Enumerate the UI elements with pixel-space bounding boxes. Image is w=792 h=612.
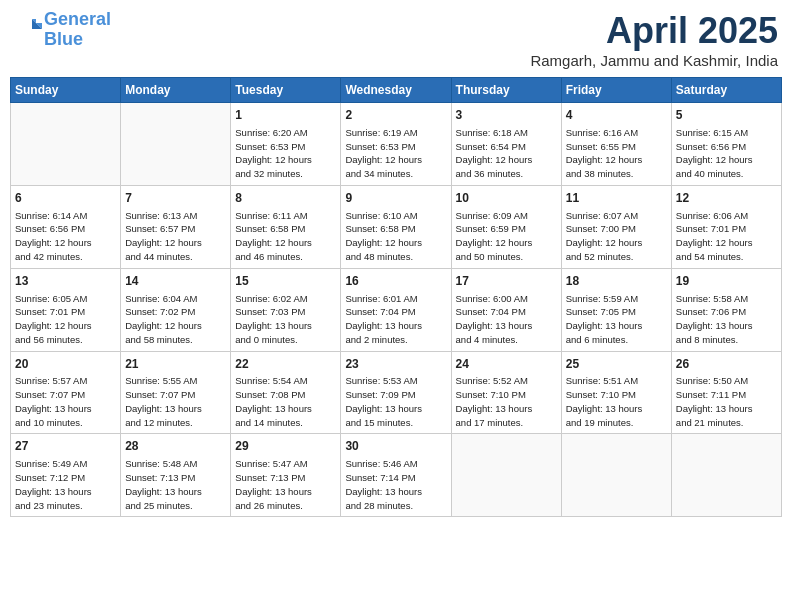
day-number: 13	[15, 273, 116, 290]
calendar-cell: 29Sunrise: 5:47 AMSunset: 7:13 PMDayligh…	[231, 434, 341, 517]
day-number: 4	[566, 107, 667, 124]
day-number: 17	[456, 273, 557, 290]
title-area: April 2025 Ramgarh, Jammu and Kashmir, I…	[530, 10, 778, 69]
calendar-cell: 18Sunrise: 5:59 AMSunset: 7:05 PMDayligh…	[561, 268, 671, 351]
header-wednesday: Wednesday	[341, 78, 451, 103]
day-info: Sunrise: 5:59 AMSunset: 7:05 PMDaylight:…	[566, 292, 667, 347]
day-info: Sunrise: 6:04 AMSunset: 7:02 PMDaylight:…	[125, 292, 226, 347]
day-info: Sunrise: 5:53 AMSunset: 7:09 PMDaylight:…	[345, 374, 446, 429]
calendar-cell: 13Sunrise: 6:05 AMSunset: 7:01 PMDayligh…	[11, 268, 121, 351]
day-number: 14	[125, 273, 226, 290]
page-header: GeneralBlue April 2025 Ramgarh, Jammu an…	[10, 10, 782, 69]
calendar-week-5: 27Sunrise: 5:49 AMSunset: 7:12 PMDayligh…	[11, 434, 782, 517]
day-info: Sunrise: 6:13 AMSunset: 6:57 PMDaylight:…	[125, 209, 226, 264]
day-info: Sunrise: 5:48 AMSunset: 7:13 PMDaylight:…	[125, 457, 226, 512]
calendar-cell: 17Sunrise: 6:00 AMSunset: 7:04 PMDayligh…	[451, 268, 561, 351]
day-info: Sunrise: 5:55 AMSunset: 7:07 PMDaylight:…	[125, 374, 226, 429]
day-info: Sunrise: 6:10 AMSunset: 6:58 PMDaylight:…	[345, 209, 446, 264]
day-info: Sunrise: 5:54 AMSunset: 7:08 PMDaylight:…	[235, 374, 336, 429]
calendar-body: 1Sunrise: 6:20 AMSunset: 6:53 PMDaylight…	[11, 103, 782, 517]
day-info: Sunrise: 6:02 AMSunset: 7:03 PMDaylight:…	[235, 292, 336, 347]
day-info: Sunrise: 5:51 AMSunset: 7:10 PMDaylight:…	[566, 374, 667, 429]
day-info: Sunrise: 6:05 AMSunset: 7:01 PMDaylight:…	[15, 292, 116, 347]
day-info: Sunrise: 6:01 AMSunset: 7:04 PMDaylight:…	[345, 292, 446, 347]
day-number: 15	[235, 273, 336, 290]
day-number: 10	[456, 190, 557, 207]
day-number: 7	[125, 190, 226, 207]
logo-icon	[14, 15, 44, 45]
header-tuesday: Tuesday	[231, 78, 341, 103]
day-number: 26	[676, 356, 777, 373]
location-subtitle: Ramgarh, Jammu and Kashmir, India	[530, 52, 778, 69]
calendar-cell: 24Sunrise: 5:52 AMSunset: 7:10 PMDayligh…	[451, 351, 561, 434]
calendar-header: Sunday Monday Tuesday Wednesday Thursday…	[11, 78, 782, 103]
calendar-cell: 10Sunrise: 6:09 AMSunset: 6:59 PMDayligh…	[451, 185, 561, 268]
day-info: Sunrise: 6:20 AMSunset: 6:53 PMDaylight:…	[235, 126, 336, 181]
day-number: 9	[345, 190, 446, 207]
header-saturday: Saturday	[671, 78, 781, 103]
day-number: 1	[235, 107, 336, 124]
day-info: Sunrise: 5:46 AMSunset: 7:14 PMDaylight:…	[345, 457, 446, 512]
day-info: Sunrise: 5:47 AMSunset: 7:13 PMDaylight:…	[235, 457, 336, 512]
calendar-table: Sunday Monday Tuesday Wednesday Thursday…	[10, 77, 782, 517]
day-info: Sunrise: 5:49 AMSunset: 7:12 PMDaylight:…	[15, 457, 116, 512]
calendar-cell: 19Sunrise: 5:58 AMSunset: 7:06 PMDayligh…	[671, 268, 781, 351]
calendar-cell: 22Sunrise: 5:54 AMSunset: 7:08 PMDayligh…	[231, 351, 341, 434]
calendar-cell: 1Sunrise: 6:20 AMSunset: 6:53 PMDaylight…	[231, 103, 341, 186]
day-info: Sunrise: 6:06 AMSunset: 7:01 PMDaylight:…	[676, 209, 777, 264]
day-number: 3	[456, 107, 557, 124]
day-info: Sunrise: 5:58 AMSunset: 7:06 PMDaylight:…	[676, 292, 777, 347]
calendar-cell	[121, 103, 231, 186]
day-number: 20	[15, 356, 116, 373]
calendar-cell: 16Sunrise: 6:01 AMSunset: 7:04 PMDayligh…	[341, 268, 451, 351]
calendar-cell: 2Sunrise: 6:19 AMSunset: 6:53 PMDaylight…	[341, 103, 451, 186]
calendar-cell: 11Sunrise: 6:07 AMSunset: 7:00 PMDayligh…	[561, 185, 671, 268]
calendar-cell: 8Sunrise: 6:11 AMSunset: 6:58 PMDaylight…	[231, 185, 341, 268]
logo: GeneralBlue	[14, 10, 111, 50]
calendar-week-4: 20Sunrise: 5:57 AMSunset: 7:07 PMDayligh…	[11, 351, 782, 434]
header-thursday: Thursday	[451, 78, 561, 103]
day-number: 6	[15, 190, 116, 207]
calendar-cell: 20Sunrise: 5:57 AMSunset: 7:07 PMDayligh…	[11, 351, 121, 434]
day-number: 19	[676, 273, 777, 290]
calendar-cell: 27Sunrise: 5:49 AMSunset: 7:12 PMDayligh…	[11, 434, 121, 517]
calendar-cell: 5Sunrise: 6:15 AMSunset: 6:56 PMDaylight…	[671, 103, 781, 186]
header-row: Sunday Monday Tuesday Wednesday Thursday…	[11, 78, 782, 103]
calendar-cell: 7Sunrise: 6:13 AMSunset: 6:57 PMDaylight…	[121, 185, 231, 268]
day-info: Sunrise: 5:52 AMSunset: 7:10 PMDaylight:…	[456, 374, 557, 429]
day-number: 12	[676, 190, 777, 207]
calendar-cell: 26Sunrise: 5:50 AMSunset: 7:11 PMDayligh…	[671, 351, 781, 434]
day-number: 16	[345, 273, 446, 290]
calendar-cell: 4Sunrise: 6:16 AMSunset: 6:55 PMDaylight…	[561, 103, 671, 186]
day-number: 18	[566, 273, 667, 290]
day-info: Sunrise: 6:07 AMSunset: 7:00 PMDaylight:…	[566, 209, 667, 264]
calendar-cell: 6Sunrise: 6:14 AMSunset: 6:56 PMDaylight…	[11, 185, 121, 268]
calendar-cell: 3Sunrise: 6:18 AMSunset: 6:54 PMDaylight…	[451, 103, 561, 186]
calendar-cell: 30Sunrise: 5:46 AMSunset: 7:14 PMDayligh…	[341, 434, 451, 517]
calendar-cell: 15Sunrise: 6:02 AMSunset: 7:03 PMDayligh…	[231, 268, 341, 351]
day-number: 25	[566, 356, 667, 373]
calendar-cell: 12Sunrise: 6:06 AMSunset: 7:01 PMDayligh…	[671, 185, 781, 268]
day-number: 28	[125, 438, 226, 455]
day-number: 11	[566, 190, 667, 207]
calendar-cell: 23Sunrise: 5:53 AMSunset: 7:09 PMDayligh…	[341, 351, 451, 434]
calendar-cell: 21Sunrise: 5:55 AMSunset: 7:07 PMDayligh…	[121, 351, 231, 434]
day-info: Sunrise: 6:19 AMSunset: 6:53 PMDaylight:…	[345, 126, 446, 181]
month-title: April 2025	[530, 10, 778, 52]
calendar-cell	[671, 434, 781, 517]
day-info: Sunrise: 6:09 AMSunset: 6:59 PMDaylight:…	[456, 209, 557, 264]
day-info: Sunrise: 6:11 AMSunset: 6:58 PMDaylight:…	[235, 209, 336, 264]
logo-text: GeneralBlue	[44, 10, 111, 50]
day-number: 29	[235, 438, 336, 455]
calendar-week-2: 6Sunrise: 6:14 AMSunset: 6:56 PMDaylight…	[11, 185, 782, 268]
calendar-cell: 9Sunrise: 6:10 AMSunset: 6:58 PMDaylight…	[341, 185, 451, 268]
day-number: 24	[456, 356, 557, 373]
day-info: Sunrise: 6:15 AMSunset: 6:56 PMDaylight:…	[676, 126, 777, 181]
day-number: 27	[15, 438, 116, 455]
calendar-cell	[561, 434, 671, 517]
calendar-cell: 28Sunrise: 5:48 AMSunset: 7:13 PMDayligh…	[121, 434, 231, 517]
calendar-cell	[451, 434, 561, 517]
day-number: 22	[235, 356, 336, 373]
day-number: 5	[676, 107, 777, 124]
calendar-cell: 14Sunrise: 6:04 AMSunset: 7:02 PMDayligh…	[121, 268, 231, 351]
